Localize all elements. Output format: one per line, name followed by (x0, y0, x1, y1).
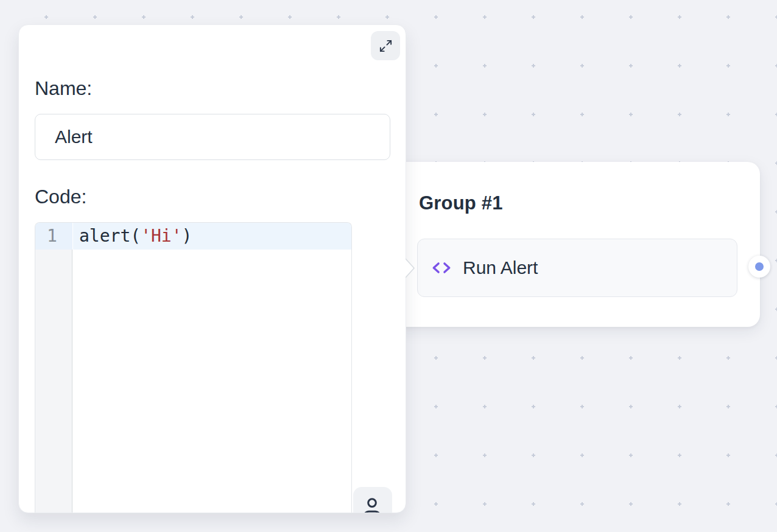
grid-dot (532, 15, 535, 19)
grid-dot (580, 502, 584, 506)
flow-canvas[interactable]: Group #1 Run Alert (0, 0, 777, 532)
expand-icon (379, 39, 393, 53)
grid-dot (580, 405, 584, 408)
grid-dot (726, 15, 730, 19)
grid-dot (580, 64, 584, 68)
grid-dot (434, 15, 438, 19)
grid-dot (337, 15, 340, 19)
grid-dot (629, 356, 633, 360)
grid-dot (726, 405, 730, 408)
grid-dot (434, 356, 438, 360)
grid-dot (678, 502, 681, 506)
grid-dot (629, 15, 633, 19)
grid-dot (434, 502, 438, 506)
grid-dot (678, 64, 681, 68)
grid-dot (385, 15, 389, 19)
grid-dot (726, 113, 730, 116)
grid-dot (726, 356, 730, 360)
grid-dot (434, 64, 438, 68)
grid-dot (93, 15, 97, 19)
grid-dot (629, 405, 633, 408)
grid-dot (629, 453, 633, 457)
node-editor-panel: Name: Code: 1 alert('Hi') (18, 24, 406, 513)
grid-dot (532, 405, 535, 408)
grid-dot (434, 405, 438, 408)
grid-dot (191, 15, 194, 19)
grid-dot (434, 113, 438, 116)
user-button[interactable] (353, 487, 392, 513)
grid-dot (532, 64, 535, 68)
code-token-string: 'Hi' (141, 226, 181, 246)
grid-dot (483, 453, 487, 457)
grid-dot (678, 113, 681, 116)
grid-dot (629, 64, 633, 68)
grid-dot (580, 356, 584, 360)
grid-dot (678, 15, 681, 19)
grid-dot (678, 405, 681, 408)
grid-dot (434, 453, 438, 457)
code-token-plain: ) (182, 226, 192, 246)
grid-dot (726, 64, 730, 68)
editor-code-line[interactable]: alert('Hi') (73, 223, 351, 250)
grid-dot (629, 113, 633, 116)
grid-dot (580, 113, 584, 116)
grid-dot (483, 113, 487, 116)
expand-button[interactable] (371, 31, 400, 60)
code-token-plain: alert( (79, 226, 141, 246)
run-alert-node-label: Run Alert (463, 257, 538, 278)
grid-dot (580, 453, 584, 457)
grid-dot (483, 405, 487, 408)
grid-dot (239, 15, 243, 19)
grid-dot (580, 15, 584, 19)
group-node-title: Group #1 (419, 192, 503, 214)
grid-dot (483, 356, 487, 360)
editor-line-number: 1 (35, 223, 72, 250)
grid-dot (726, 502, 730, 506)
grid-dot (532, 453, 535, 457)
grid-dot (483, 502, 487, 506)
grid-dot (483, 64, 487, 68)
code-icon (431, 257, 452, 278)
name-input[interactable] (35, 114, 390, 160)
grid-dot (142, 15, 146, 19)
code-editor[interactable]: 1 alert('Hi') (35, 222, 352, 513)
grid-dot (532, 113, 535, 116)
grid-dot (483, 15, 487, 19)
input-connector-arrow[interactable] (406, 258, 415, 278)
grid-dot (288, 15, 292, 19)
output-handle-ring (755, 262, 764, 271)
grid-dot (678, 453, 681, 457)
grid-dot (532, 502, 535, 506)
group-node[interactable]: Group #1 Run Alert (390, 162, 760, 327)
grid-dot (44, 15, 48, 19)
grid-dot (532, 356, 535, 360)
name-field-label: Name: (35, 77, 92, 100)
grid-dot (629, 502, 633, 506)
output-connection-handle[interactable] (748, 256, 770, 278)
grid-dot (678, 356, 681, 360)
code-field-label: Code: (35, 186, 86, 208)
run-alert-node-item[interactable]: Run Alert (417, 239, 737, 297)
editor-gutter (35, 223, 72, 513)
grid-dot (726, 453, 730, 457)
